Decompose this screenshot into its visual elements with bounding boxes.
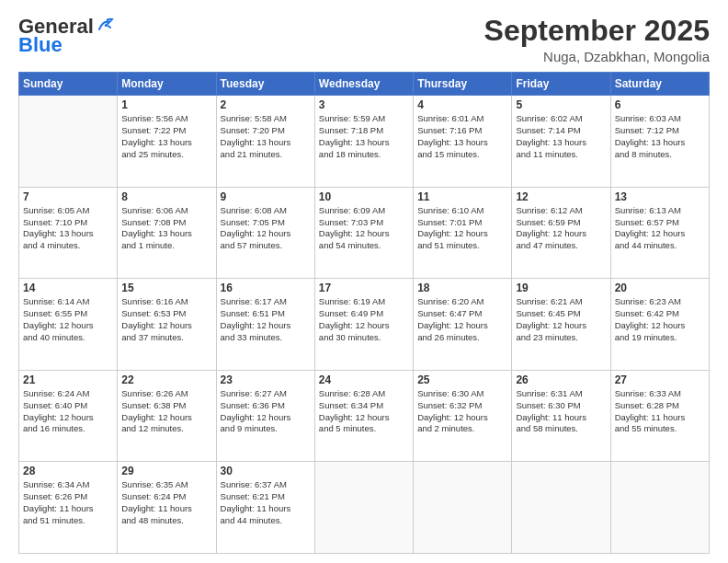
calendar-cell: 18Sunrise: 6:20 AM Sunset: 6:47 PM Dayli… [414,279,512,371]
day-info: Sunrise: 6:31 AM Sunset: 6:30 PM Dayligh… [516,388,606,435]
day-number: 6 [615,98,705,111]
calendar-cell [512,462,610,554]
day-info: Sunrise: 6:33 AM Sunset: 6:28 PM Dayligh… [615,388,705,435]
calendar-cell: 7Sunrise: 6:05 AM Sunset: 7:10 PM Daylig… [19,187,118,279]
day-number: 23 [221,373,311,386]
day-number: 24 [319,373,409,386]
title-section: September 2025 Nuga, Dzabkhan, Mongolia [484,15,710,64]
calendar-cell: 4Sunrise: 6:01 AM Sunset: 7:16 PM Daylig… [414,96,512,188]
day-number: 26 [516,373,606,386]
day-info: Sunrise: 6:17 AM Sunset: 6:51 PM Dayligh… [221,296,311,343]
day-info: Sunrise: 6:20 AM Sunset: 6:47 PM Dayligh… [417,296,507,343]
location: Nuga, Dzabkhan, Mongolia [484,49,710,64]
page: General Blue September 2025 Nuga, Dzabkh… [0,0,728,563]
day-info: Sunrise: 6:03 AM Sunset: 7:12 PM Dayligh… [615,113,705,160]
day-info: Sunrise: 6:23 AM Sunset: 6:42 PM Dayligh… [615,296,705,343]
day-number: 1 [121,98,211,111]
calendar-cell: 14Sunrise: 6:14 AM Sunset: 6:55 PM Dayli… [19,279,118,371]
calendar-week-5: 28Sunrise: 6:34 AM Sunset: 6:26 PM Dayli… [19,462,710,554]
day-info: Sunrise: 6:35 AM Sunset: 6:24 PM Dayligh… [121,479,211,526]
calendar-cell: 6Sunrise: 6:03 AM Sunset: 7:12 PM Daylig… [610,96,709,188]
day-number: 7 [23,190,113,203]
calendar-header-wednesday: Wednesday [314,73,413,96]
calendar-cell: 20Sunrise: 6:23 AM Sunset: 6:42 PM Dayli… [610,279,709,371]
calendar-cell [19,96,118,188]
day-info: Sunrise: 6:27 AM Sunset: 6:36 PM Dayligh… [221,388,311,435]
day-number: 17 [319,282,409,294]
calendar-cell: 19Sunrise: 6:21 AM Sunset: 6:45 PM Dayli… [512,279,610,371]
calendar-cell: 21Sunrise: 6:24 AM Sunset: 6:40 PM Dayli… [19,370,118,462]
calendar-cell: 29Sunrise: 6:35 AM Sunset: 6:24 PM Dayli… [118,462,216,554]
day-info: Sunrise: 6:09 AM Sunset: 7:03 PM Dayligh… [319,205,409,252]
day-info: Sunrise: 6:37 AM Sunset: 6:21 PM Dayligh… [221,479,311,526]
day-info: Sunrise: 6:28 AM Sunset: 6:34 PM Dayligh… [319,388,409,435]
calendar-table: SundayMondayTuesdayWednesdayThursdayFrid… [18,72,710,554]
logo: General Blue [18,15,116,57]
calendar-cell: 25Sunrise: 6:30 AM Sunset: 6:32 PM Dayli… [414,370,512,462]
day-info: Sunrise: 6:14 AM Sunset: 6:55 PM Dayligh… [23,296,113,343]
day-number: 28 [23,465,113,477]
calendar-header-monday: Monday [118,73,216,96]
calendar-cell: 27Sunrise: 6:33 AM Sunset: 6:28 PM Dayli… [610,370,709,462]
calendar-week-1: 1Sunrise: 5:56 AM Sunset: 7:22 PM Daylig… [19,96,710,188]
day-number: 15 [121,282,211,294]
month-title: September 2025 [484,15,710,47]
calendar-cell: 10Sunrise: 6:09 AM Sunset: 7:03 PM Dayli… [314,187,413,279]
day-number: 18 [417,282,507,294]
day-info: Sunrise: 6:12 AM Sunset: 6:59 PM Dayligh… [516,205,606,252]
day-number: 10 [319,190,409,203]
calendar-cell: 23Sunrise: 6:27 AM Sunset: 6:36 PM Dayli… [216,370,314,462]
day-info: Sunrise: 6:10 AM Sunset: 7:01 PM Dayligh… [417,205,507,252]
day-number: 4 [417,98,507,111]
day-number: 13 [615,190,705,203]
day-number: 8 [121,190,211,203]
calendar-header-tuesday: Tuesday [216,73,314,96]
day-number: 22 [121,373,211,386]
calendar-cell [314,462,413,554]
day-number: 29 [121,465,211,477]
calendar-week-2: 7Sunrise: 6:05 AM Sunset: 7:10 PM Daylig… [19,187,710,279]
calendar-cell: 22Sunrise: 6:26 AM Sunset: 6:38 PM Dayli… [118,370,216,462]
day-info: Sunrise: 6:21 AM Sunset: 6:45 PM Dayligh… [516,296,606,343]
day-number: 16 [221,282,311,294]
day-number: 19 [516,282,606,294]
calendar-cell: 11Sunrise: 6:10 AM Sunset: 7:01 PM Dayli… [414,187,512,279]
day-info: Sunrise: 6:16 AM Sunset: 6:53 PM Dayligh… [121,296,211,343]
day-number: 3 [319,98,409,111]
calendar-cell: 24Sunrise: 6:28 AM Sunset: 6:34 PM Dayli… [314,370,413,462]
logo-blue: Blue [18,33,63,57]
calendar-cell: 12Sunrise: 6:12 AM Sunset: 6:59 PM Dayli… [512,187,610,279]
day-info: Sunrise: 6:02 AM Sunset: 7:14 PM Dayligh… [516,113,606,160]
day-number: 11 [417,190,507,203]
day-number: 25 [417,373,507,386]
day-info: Sunrise: 5:58 AM Sunset: 7:20 PM Dayligh… [221,113,311,160]
calendar-cell: 16Sunrise: 6:17 AM Sunset: 6:51 PM Dayli… [216,279,314,371]
calendar-cell: 3Sunrise: 5:59 AM Sunset: 7:18 PM Daylig… [314,96,413,188]
day-number: 21 [23,373,113,386]
day-info: Sunrise: 6:01 AM Sunset: 7:16 PM Dayligh… [417,113,507,160]
calendar-cell: 9Sunrise: 6:08 AM Sunset: 7:05 PM Daylig… [216,187,314,279]
day-info: Sunrise: 6:24 AM Sunset: 6:40 PM Dayligh… [23,388,113,435]
calendar-cell: 17Sunrise: 6:19 AM Sunset: 6:49 PM Dayli… [314,279,413,371]
header: General Blue September 2025 Nuga, Dzabkh… [18,15,710,64]
day-info: Sunrise: 6:06 AM Sunset: 7:08 PM Dayligh… [121,205,211,252]
calendar-cell: 1Sunrise: 5:56 AM Sunset: 7:22 PM Daylig… [118,96,216,188]
day-info: Sunrise: 6:19 AM Sunset: 6:49 PM Dayligh… [319,296,409,343]
calendar-cell: 15Sunrise: 6:16 AM Sunset: 6:53 PM Dayli… [118,279,216,371]
calendar-week-4: 21Sunrise: 6:24 AM Sunset: 6:40 PM Dayli… [19,370,710,462]
calendar-header-row: SundayMondayTuesdayWednesdayThursdayFrid… [19,73,710,96]
day-info: Sunrise: 6:26 AM Sunset: 6:38 PM Dayligh… [121,388,211,435]
calendar-cell [610,462,709,554]
calendar-cell: 13Sunrise: 6:13 AM Sunset: 6:57 PM Dayli… [610,187,709,279]
day-number: 27 [615,373,705,386]
calendar-week-3: 14Sunrise: 6:14 AM Sunset: 6:55 PM Dayli… [19,279,710,371]
calendar-header-thursday: Thursday [414,73,512,96]
calendar-cell: 30Sunrise: 6:37 AM Sunset: 6:21 PM Dayli… [216,462,314,554]
calendar-cell: 2Sunrise: 5:58 AM Sunset: 7:20 PM Daylig… [216,96,314,188]
day-number: 2 [221,98,311,111]
day-info: Sunrise: 6:30 AM Sunset: 6:32 PM Dayligh… [417,388,507,435]
calendar-cell: 26Sunrise: 6:31 AM Sunset: 6:30 PM Dayli… [512,370,610,462]
day-info: Sunrise: 6:08 AM Sunset: 7:05 PM Dayligh… [221,205,311,252]
day-number: 9 [221,190,311,203]
calendar-cell: 28Sunrise: 6:34 AM Sunset: 6:26 PM Dayli… [19,462,118,554]
